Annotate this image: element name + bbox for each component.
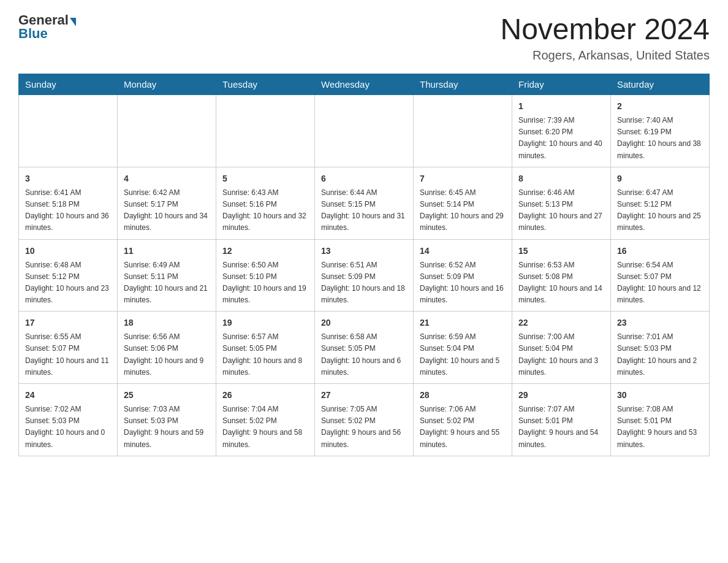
day-header-wednesday: Wednesday bbox=[315, 74, 414, 95]
page-header: General Blue November 2024 Rogers, Arkan… bbox=[18, 12, 710, 63]
day-number: 4 bbox=[124, 172, 210, 185]
day-number: 28 bbox=[420, 389, 506, 402]
day-info: Sunrise: 6:48 AMSunset: 5:12 PMDaylight:… bbox=[25, 259, 111, 307]
day-info: Sunrise: 6:54 AMSunset: 5:07 PMDaylight:… bbox=[617, 259, 703, 307]
calendar-week-4: 17Sunrise: 6:55 AMSunset: 5:07 PMDayligh… bbox=[19, 312, 710, 384]
day-info: Sunrise: 6:59 AMSunset: 5:04 PMDaylight:… bbox=[420, 331, 506, 378]
day-number: 25 bbox=[124, 389, 210, 402]
calendar-cell: 8Sunrise: 6:46 AMSunset: 5:13 PMDaylight… bbox=[512, 167, 611, 239]
calendar-cell: 6Sunrise: 6:44 AMSunset: 5:15 PMDaylight… bbox=[315, 167, 414, 239]
day-header-sunday: Sunday bbox=[19, 74, 118, 95]
day-number: 20 bbox=[321, 316, 407, 329]
day-info: Sunrise: 6:42 AMSunset: 5:17 PMDaylight:… bbox=[124, 187, 210, 234]
logo: General Blue bbox=[18, 12, 76, 42]
calendar-cell: 4Sunrise: 6:42 AMSunset: 5:17 PMDaylight… bbox=[118, 167, 216, 239]
day-number: 12 bbox=[222, 245, 308, 258]
day-number: 26 bbox=[222, 389, 308, 402]
calendar-cell: 27Sunrise: 7:05 AMSunset: 5:02 PMDayligh… bbox=[315, 384, 414, 456]
calendar-cell: 2Sunrise: 7:40 AMSunset: 6:19 PMDaylight… bbox=[611, 95, 710, 167]
day-info: Sunrise: 7:01 AMSunset: 5:03 PMDaylight:… bbox=[617, 331, 703, 378]
day-info: Sunrise: 6:44 AMSunset: 5:15 PMDaylight:… bbox=[321, 187, 407, 234]
calendar-table: SundayMondayTuesdayWednesdayThursdayFrid… bbox=[18, 74, 710, 456]
day-number: 6 bbox=[321, 172, 407, 185]
location-text: Rogers, Arkansas, United States bbox=[500, 48, 710, 63]
calendar-cell: 5Sunrise: 6:43 AMSunset: 5:16 PMDaylight… bbox=[216, 167, 315, 239]
day-number: 22 bbox=[518, 316, 604, 329]
day-number: 14 bbox=[420, 245, 506, 258]
day-info: Sunrise: 7:04 AMSunset: 5:02 PMDaylight:… bbox=[222, 404, 308, 451]
calendar-cell: 14Sunrise: 6:52 AMSunset: 5:09 PMDayligh… bbox=[414, 239, 512, 312]
day-info: Sunrise: 6:47 AMSunset: 5:12 PMDaylight:… bbox=[617, 187, 703, 234]
calendar-cell: 26Sunrise: 7:04 AMSunset: 5:02 PMDayligh… bbox=[216, 384, 315, 456]
day-header-monday: Monday bbox=[118, 74, 216, 95]
calendar-cell bbox=[216, 95, 315, 167]
calendar-cell: 18Sunrise: 6:56 AMSunset: 5:06 PMDayligh… bbox=[118, 312, 216, 384]
day-number: 15 bbox=[518, 245, 604, 258]
calendar-cell: 29Sunrise: 7:07 AMSunset: 5:01 PMDayligh… bbox=[512, 384, 611, 456]
calendar-cell bbox=[315, 95, 414, 167]
day-number: 27 bbox=[321, 389, 407, 402]
calendar-cell: 17Sunrise: 6:55 AMSunset: 5:07 PMDayligh… bbox=[19, 312, 118, 384]
day-header-friday: Friday bbox=[512, 74, 611, 95]
day-info: Sunrise: 6:51 AMSunset: 5:09 PMDaylight:… bbox=[321, 259, 407, 307]
day-number: 21 bbox=[420, 316, 506, 329]
day-number: 17 bbox=[25, 316, 111, 329]
day-info: Sunrise: 6:56 AMSunset: 5:06 PMDaylight:… bbox=[124, 331, 210, 378]
day-number: 7 bbox=[420, 172, 506, 185]
calendar-cell: 7Sunrise: 6:45 AMSunset: 5:14 PMDaylight… bbox=[414, 167, 512, 239]
day-number: 18 bbox=[124, 316, 210, 329]
calendar-week-2: 3Sunrise: 6:41 AMSunset: 5:18 PMDaylight… bbox=[19, 167, 710, 239]
calendar-cell: 12Sunrise: 6:50 AMSunset: 5:10 PMDayligh… bbox=[216, 239, 315, 312]
day-info: Sunrise: 7:05 AMSunset: 5:02 PMDaylight:… bbox=[321, 404, 407, 451]
day-info: Sunrise: 7:39 AMSunset: 6:20 PMDaylight:… bbox=[518, 115, 604, 162]
day-info: Sunrise: 6:50 AMSunset: 5:10 PMDaylight:… bbox=[222, 259, 308, 307]
day-number: 23 bbox=[617, 316, 703, 329]
day-info: Sunrise: 6:52 AMSunset: 5:09 PMDaylight:… bbox=[420, 259, 506, 307]
day-info: Sunrise: 7:06 AMSunset: 5:02 PMDaylight:… bbox=[420, 404, 506, 451]
day-number: 3 bbox=[25, 172, 111, 185]
day-header-saturday: Saturday bbox=[611, 74, 710, 95]
day-info: Sunrise: 7:03 AMSunset: 5:03 PMDaylight:… bbox=[124, 404, 210, 451]
title-section: November 2024 Rogers, Arkansas, United S… bbox=[500, 12, 710, 63]
day-number: 29 bbox=[518, 389, 604, 402]
logo-blue-text: Blue bbox=[18, 26, 48, 42]
day-number: 30 bbox=[617, 389, 703, 402]
day-number: 11 bbox=[124, 245, 210, 258]
calendar-cell bbox=[19, 95, 118, 167]
calendar-cell: 28Sunrise: 7:06 AMSunset: 5:02 PMDayligh… bbox=[414, 384, 512, 456]
calendar-week-5: 24Sunrise: 7:02 AMSunset: 5:03 PMDayligh… bbox=[19, 384, 710, 456]
calendar-cell: 10Sunrise: 6:48 AMSunset: 5:12 PMDayligh… bbox=[19, 239, 118, 312]
day-info: Sunrise: 7:02 AMSunset: 5:03 PMDaylight:… bbox=[25, 404, 111, 451]
day-info: Sunrise: 6:46 AMSunset: 5:13 PMDaylight:… bbox=[518, 187, 604, 234]
calendar-cell: 16Sunrise: 6:54 AMSunset: 5:07 PMDayligh… bbox=[611, 239, 710, 312]
calendar-cell: 9Sunrise: 6:47 AMSunset: 5:12 PMDaylight… bbox=[611, 167, 710, 239]
calendar-week-1: 1Sunrise: 7:39 AMSunset: 6:20 PMDaylight… bbox=[19, 95, 710, 167]
day-header-thursday: Thursday bbox=[414, 74, 512, 95]
day-number: 9 bbox=[617, 172, 703, 185]
month-title: November 2024 bbox=[500, 12, 710, 46]
day-info: Sunrise: 7:40 AMSunset: 6:19 PMDaylight:… bbox=[617, 115, 703, 162]
calendar-cell: 1Sunrise: 7:39 AMSunset: 6:20 PMDaylight… bbox=[512, 95, 611, 167]
calendar-cell: 21Sunrise: 6:59 AMSunset: 5:04 PMDayligh… bbox=[414, 312, 512, 384]
calendar-cell bbox=[414, 95, 512, 167]
day-header-tuesday: Tuesday bbox=[216, 74, 315, 95]
day-info: Sunrise: 7:00 AMSunset: 5:04 PMDaylight:… bbox=[518, 331, 604, 378]
day-number: 1 bbox=[518, 100, 604, 113]
day-number: 19 bbox=[222, 316, 308, 329]
calendar-cell: 11Sunrise: 6:49 AMSunset: 5:11 PMDayligh… bbox=[118, 239, 216, 312]
calendar-cell: 30Sunrise: 7:08 AMSunset: 5:01 PMDayligh… bbox=[611, 384, 710, 456]
day-number: 5 bbox=[222, 172, 308, 185]
day-number: 8 bbox=[518, 172, 604, 185]
day-number: 2 bbox=[617, 100, 703, 113]
day-info: Sunrise: 6:45 AMSunset: 5:14 PMDaylight:… bbox=[420, 187, 506, 234]
day-info: Sunrise: 6:58 AMSunset: 5:05 PMDaylight:… bbox=[321, 331, 407, 378]
day-info: Sunrise: 6:53 AMSunset: 5:08 PMDaylight:… bbox=[518, 259, 604, 307]
calendar-cell: 20Sunrise: 6:58 AMSunset: 5:05 PMDayligh… bbox=[315, 312, 414, 384]
calendar-week-3: 10Sunrise: 6:48 AMSunset: 5:12 PMDayligh… bbox=[19, 239, 710, 312]
day-info: Sunrise: 6:57 AMSunset: 5:05 PMDaylight:… bbox=[222, 331, 308, 378]
day-info: Sunrise: 7:08 AMSunset: 5:01 PMDaylight:… bbox=[617, 404, 703, 451]
calendar-cell: 23Sunrise: 7:01 AMSunset: 5:03 PMDayligh… bbox=[611, 312, 710, 384]
calendar-cell: 3Sunrise: 6:41 AMSunset: 5:18 PMDaylight… bbox=[19, 167, 118, 239]
day-info: Sunrise: 7:07 AMSunset: 5:01 PMDaylight:… bbox=[518, 404, 604, 451]
day-number: 10 bbox=[25, 245, 111, 258]
